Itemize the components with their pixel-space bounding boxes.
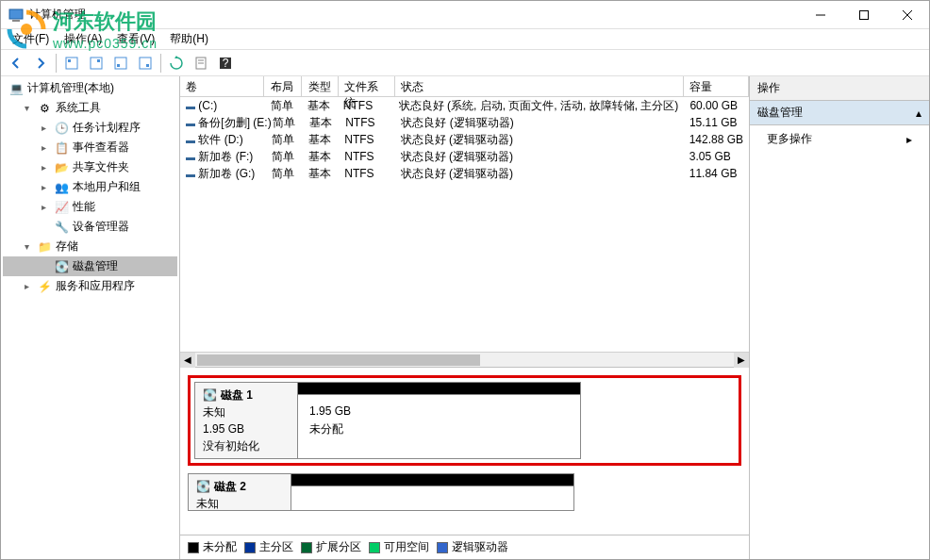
help-button[interactable]: ?: [214, 52, 237, 74]
col-capacity[interactable]: 容量: [684, 76, 749, 96]
scroll-track[interactable]: [195, 353, 734, 368]
partition-status: 未分配: [309, 420, 569, 438]
tree-system-tools[interactable]: ▾ 系统工具: [3, 98, 177, 118]
legend-label: 逻辑驱动器: [452, 539, 508, 555]
disk-icon: [203, 387, 217, 404]
scroll-left-button[interactable]: ◀: [180, 353, 195, 368]
col-status[interactable]: 状态: [395, 76, 684, 96]
folder-icon: [54, 160, 69, 175]
disk-2-bar-top: [291, 473, 574, 486]
disk-icon: [196, 478, 210, 495]
maximize-button[interactable]: [842, 1, 886, 29]
legend-label: 未分配: [203, 539, 237, 555]
cell-type: 基本: [302, 165, 340, 183]
svg-rect-1: [12, 20, 20, 22]
device-icon: [54, 220, 69, 235]
tool-1[interactable]: [60, 52, 83, 74]
expand-icon[interactable]: ▸: [20, 280, 33, 293]
tool-4[interactable]: [134, 52, 157, 74]
disk-1-block[interactable]: 磁盘 1 未知 1.95 GB 没有初始化 1.95 GB 未分配: [194, 382, 735, 459]
swatch-logical: [437, 542, 448, 553]
tree-services-apps[interactable]: ▸ 服务和应用程序: [3, 276, 177, 296]
menu-action[interactable]: 操作(A): [57, 29, 109, 49]
legend-primary: 主分区: [244, 539, 293, 555]
menu-view[interactable]: 查看(V): [109, 29, 162, 49]
expand-icon[interactable]: ▸: [37, 161, 50, 174]
disk-1-title: 磁盘 1: [221, 387, 253, 404]
properties-button[interactable]: [190, 52, 212, 74]
disk-1-init: 没有初始化: [203, 437, 290, 454]
app-window: 计算机管理 文件(F) 操作(A) 查看(V) 帮助(H) ? 计算: [0, 0, 930, 560]
menubar: 文件(F) 操作(A) 查看(V) 帮助(H): [1, 29, 929, 50]
scroll-right-button[interactable]: ▶: [734, 353, 749, 368]
table-row[interactable]: 新加卷 (G:)简单基本NTFS状态良好 (逻辑驱动器)11.84 GB: [180, 165, 749, 182]
tool-3[interactable]: [109, 52, 132, 74]
tree-event-viewer[interactable]: ▸ 事件查看器: [3, 138, 177, 157]
swatch-unallocated: [188, 542, 199, 553]
tree-label: 磁盘管理: [73, 258, 118, 274]
col-filesystem[interactable]: 文件系统: [339, 76, 394, 96]
disk-1-bar-top: [298, 382, 581, 395]
table-row[interactable]: 新加卷 (F:)简单基本NTFS状态良好 (逻辑驱动器)3.05 GB: [180, 148, 749, 165]
tree-disk-management[interactable]: 磁盘管理: [3, 256, 177, 276]
tree-performance[interactable]: ▸ 性能: [3, 197, 177, 217]
disk-2-partition[interactable]: [291, 486, 574, 511]
cell-capacity: 142.88 GB: [684, 132, 749, 147]
col-layout[interactable]: 布局: [264, 76, 302, 96]
svg-rect-0: [9, 9, 23, 19]
cell-type: 基本: [303, 114, 340, 132]
tree-shared-folders[interactable]: ▸ 共享文件夹: [3, 157, 177, 177]
table-row[interactable]: (C:)简单基本NTFS状态良好 (系统, 启动, 页面文件, 活动, 故障转储…: [180, 97, 749, 114]
cell-layout: 简单: [263, 97, 300, 115]
refresh-button[interactable]: [165, 52, 188, 74]
disk-1-size: 1.95 GB: [203, 420, 290, 437]
tree-panel: 计算机管理(本地) ▾ 系统工具 ▸ 任务计划程序 ▸ 事件查看器 ▸ 共享文件…: [1, 76, 180, 559]
legend-label: 扩展分区: [316, 539, 361, 555]
col-type[interactable]: 类型: [302, 76, 340, 96]
col-volume[interactable]: 卷: [180, 76, 264, 96]
actions-more[interactable]: 更多操作 ▸: [750, 125, 929, 153]
menu-file[interactable]: 文件(F): [5, 29, 57, 49]
table-row[interactable]: 软件 (D:)简单基本NTFS状态良好 (逻辑驱动器)142.88 GB: [180, 131, 749, 148]
collapse-icon[interactable]: ▾: [20, 240, 33, 254]
svg-rect-8: [91, 58, 102, 69]
titlebar: 计算机管理: [1, 1, 929, 29]
cell-status: 状态良好 (逻辑驱动器): [395, 114, 683, 132]
toolbar-separator-2: [160, 54, 161, 73]
minimize-button[interactable]: [799, 1, 842, 29]
tool-2[interactable]: [85, 52, 108, 74]
scroll-thumb[interactable]: [197, 354, 480, 366]
actions-section[interactable]: 磁盘管理 ▴: [750, 101, 929, 125]
tree-label: 性能: [73, 199, 95, 215]
expand-icon[interactable]: ▸: [37, 141, 50, 155]
clock-icon: [54, 121, 69, 136]
expand-icon[interactable]: ▸: [37, 122, 50, 135]
legend-unallocated: 未分配: [188, 539, 237, 555]
cell-status: 状态良好 (逻辑驱动器): [395, 165, 684, 183]
svg-rect-13: [146, 64, 149, 67]
tree-local-users[interactable]: ▸ 本地用户和组: [3, 177, 177, 197]
legend-label: 主分区: [259, 539, 293, 555]
swatch-primary: [244, 542, 256, 553]
disk-2-block[interactable]: 磁盘 2 未知: [188, 473, 741, 511]
tree-device-manager[interactable]: 设备管理器: [3, 217, 177, 237]
forward-button[interactable]: [29, 52, 52, 74]
cell-layout: 简单: [264, 148, 302, 166]
tree-task-scheduler[interactable]: ▸ 任务计划程序: [3, 118, 177, 138]
table-row[interactable]: 备份[勿删] (E:)简单基本NTFS状态良好 (逻辑驱动器)15.11 GB: [180, 114, 749, 131]
disk-2-header: 磁盘 2 未知: [188, 473, 291, 511]
legend-label: 可用空间: [384, 539, 429, 555]
collapse-icon[interactable]: ▾: [20, 102, 33, 115]
disk-icon: [54, 259, 69, 274]
horizontal-scrollbar[interactable]: ◀ ▶: [180, 352, 749, 367]
tree-root[interactable]: 计算机管理(本地): [3, 78, 177, 98]
disk-1-partition[interactable]: 1.95 GB 未分配: [298, 395, 581, 459]
tree-storage[interactable]: ▾ 存储: [3, 237, 177, 256]
close-button[interactable]: [886, 1, 929, 29]
menu-help[interactable]: 帮助(H): [162, 29, 216, 49]
back-button[interactable]: [5, 52, 27, 74]
cell-status: 状态良好 (系统, 启动, 页面文件, 活动, 故障转储, 主分区): [393, 97, 685, 115]
cell-filesystem: NTFS: [338, 98, 393, 113]
expand-icon[interactable]: ▸: [37, 181, 50, 194]
expand-icon[interactable]: ▸: [37, 201, 50, 214]
